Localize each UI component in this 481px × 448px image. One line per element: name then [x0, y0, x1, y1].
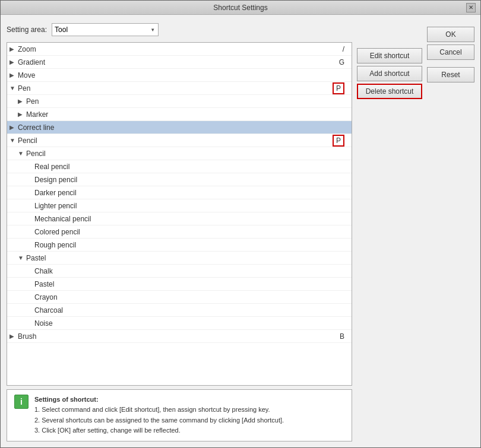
tree-item-label: Pencil — [18, 136, 333, 145]
tree-item-label: Zoom — [18, 45, 343, 53]
tree-row[interactable]: Darker pencil — [7, 186, 352, 199]
info-text: Settings of shortcut: 1. Select command … — [34, 395, 284, 436]
tree-item-label: Charcoal — [34, 306, 349, 314]
tree-item-label: Pen — [26, 97, 349, 106]
reset-button[interactable]: Reset — [427, 67, 474, 82]
expand-icon[interactable]: ▶ — [10, 333, 17, 339]
tree-row[interactable]: ▼PenP — [7, 82, 352, 95]
add-shortcut-button[interactable]: Add shortcut — [357, 66, 422, 81]
tree-row[interactable]: Real pencil — [7, 160, 352, 173]
expand-icon[interactable]: ▶ — [10, 46, 17, 52]
tree-item-label: Gradient — [18, 58, 339, 66]
info-panel: i Settings of shortcut: 1. Select comman… — [7, 389, 352, 441]
tree-row[interactable]: Lighter pencil — [7, 199, 352, 212]
tree-item-label: Design pencil — [34, 176, 349, 184]
tree-row[interactable]: ▶Correct line — [7, 121, 352, 134]
tree-row[interactable]: Chalk — [7, 265, 352, 278]
tree-container[interactable]: ▶Zoom/▶GradientG▶Move▼PenP▶Pen▶Marker▶Co… — [7, 42, 352, 386]
shortcut-label: B — [340, 332, 349, 341]
tree-item-label: Noise — [34, 319, 349, 328]
info-title: Settings of shortcut: — [34, 396, 99, 403]
info-line-3: 3. Click [OK] after setting, change will… — [34, 427, 181, 434]
tree-item-label: Real pencil — [34, 163, 349, 171]
action-buttons-panel: OK Cancel Reset — [427, 21, 474, 441]
tree-row[interactable]: Rough pencil — [7, 239, 352, 252]
tree-item-label: Lighter pencil — [34, 202, 349, 210]
shortcut-settings-dialog: Shortcut Settings ✕ Setting area: Tool ▶… — [0, 0, 481, 448]
tree-row[interactable]: ▶Pen — [7, 95, 352, 108]
expand-icon[interactable]: ▶ — [18, 111, 25, 117]
tree-row[interactable]: Design pencil — [7, 173, 352, 186]
cancel-button[interactable]: Cancel — [427, 45, 474, 60]
tree-row[interactable]: ▶Zoom/ — [7, 43, 352, 56]
main-panel: Setting area: Tool ▶Zoom/▶GradientG▶Move… — [7, 21, 352, 441]
ok-button[interactable]: OK — [427, 27, 474, 42]
shortcut-label: / — [343, 45, 349, 53]
tree-item-label: Pastel — [34, 280, 349, 288]
tree-row[interactable]: Colored pencil — [7, 225, 352, 239]
expand-icon[interactable]: ▼ — [18, 255, 25, 261]
expand-icon[interactable]: ▼ — [18, 150, 25, 157]
tree-row[interactable]: Noise — [7, 317, 352, 330]
expand-icon[interactable]: ▶ — [10, 124, 17, 131]
close-button[interactable]: ✕ — [466, 3, 476, 12]
tree-item-label: Darker pencil — [34, 189, 349, 197]
setting-area-select[interactable]: Tool — [52, 23, 159, 36]
tree-row[interactable]: Charcoal — [7, 304, 352, 317]
edit-shortcut-button[interactable]: Edit shortcut — [357, 48, 422, 63]
tree-item-label: Move — [18, 71, 349, 80]
tree-row[interactable]: Crayon — [7, 291, 352, 304]
tree-row[interactable]: ▶Move — [7, 69, 352, 82]
tree-item-label: Crayon — [34, 293, 349, 301]
right-panel: Edit shortcut Add shortcut Delete shortc… — [357, 21, 422, 441]
shortcut-badge: P — [333, 135, 344, 147]
info-icon: i — [14, 395, 29, 409]
tree-item-label: Colored pencil — [34, 228, 349, 236]
tree-item-label: Correct line — [18, 123, 349, 132]
dialog-title: Shortcut Settings — [15, 4, 466, 12]
tree-item-label: Pastel — [26, 254, 349, 262]
tree-row[interactable]: ▼Pencil — [7, 147, 352, 160]
tree-row[interactable]: Mechanical pencil — [7, 212, 352, 225]
shortcut-label: G — [339, 58, 349, 66]
expand-icon[interactable]: ▶ — [10, 59, 17, 65]
setting-area-label: Setting area: — [7, 26, 47, 34]
tree-item-label: Pen — [18, 84, 333, 93]
setting-area-select-wrapper[interactable]: Tool — [52, 23, 159, 36]
delete-shortcut-button[interactable]: Delete shortcut — [357, 84, 422, 99]
info-line-2: 2. Several shortcuts can be assigned to … — [34, 417, 284, 424]
expand-icon[interactable]: ▼ — [10, 137, 17, 144]
shortcut-badge: P — [333, 82, 344, 94]
content-area: Setting area: Tool ▶Zoom/▶GradientG▶Move… — [1, 15, 480, 447]
expand-icon[interactable]: ▼ — [10, 85, 17, 91]
tree-item-label: Marker — [26, 110, 349, 119]
info-line-1: 1. Select command and click [Edit shortc… — [34, 406, 270, 413]
tree-row[interactable]: ▼Pastel — [7, 252, 352, 265]
tree-item-label: Pencil — [26, 150, 349, 158]
tree-item-label: Rough pencil — [34, 241, 349, 249]
tree-row[interactable]: ▶Marker — [7, 108, 352, 121]
tree-row[interactable]: ▼PencilP — [7, 134, 352, 147]
tree-row[interactable]: Pastel — [7, 278, 352, 291]
setting-area-row: Setting area: Tool — [7, 21, 352, 39]
tree-item-label: Mechanical pencil — [34, 215, 349, 223]
tree-row[interactable]: ▶GradientG — [7, 56, 352, 69]
title-bar: Shortcut Settings ✕ — [1, 1, 480, 15]
tree-item-label: Brush — [18, 332, 340, 341]
tree-item-label: Chalk — [34, 267, 349, 275]
expand-icon[interactable]: ▶ — [18, 98, 25, 104]
tree-row[interactable]: ▶BrushB — [7, 330, 352, 343]
expand-icon[interactable]: ▶ — [10, 72, 17, 78]
